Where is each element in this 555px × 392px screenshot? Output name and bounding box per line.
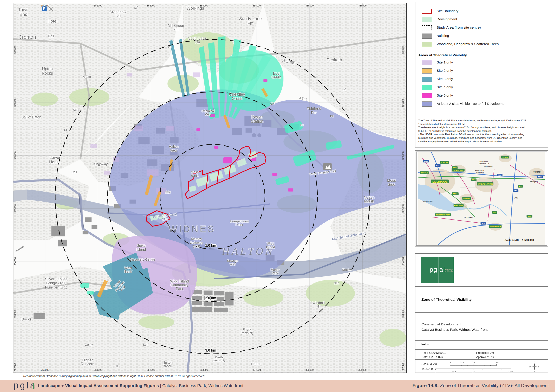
inset-motorway-label: M58	[424, 160, 428, 162]
legend-swatch	[422, 85, 432, 90]
map-label: LC	[300, 124, 304, 127]
inset-place-label: RUNCORN	[454, 205, 463, 207]
map-label: Ball o' Ditton	[21, 115, 41, 119]
map-label: TH	[114, 364, 118, 368]
drawing-title-panel: Zone of Theoretical Visibility	[415, 287, 548, 313]
map-label: HaltonBrook	[162, 361, 173, 368]
scale-ratio: 1:25,000	[422, 367, 433, 371]
inset-place-label: WARRINGTON	[478, 183, 493, 185]
grid-label-right: 383000	[402, 310, 404, 319]
inset-town-label: ASHTON-IN-	[479, 161, 488, 163]
km-tick-label: 0	[450, 361, 451, 363]
map-label: CH	[64, 128, 68, 132]
grid-label-right: 388000	[402, 46, 404, 54]
note-line: satellite imagery have been added to the…	[418, 140, 542, 143]
inset-town-label: LYMM	[514, 197, 518, 199]
project-line-1: Commercial Development	[422, 322, 461, 326]
inset-motorway-label: M6	[514, 190, 517, 192]
atv-item: At least 2 sites visible - up to full De…	[416, 100, 548, 108]
grid-label-right: 387000	[402, 99, 404, 107]
note-line: The Zone of Theoretical Visibility is ca…	[418, 119, 542, 122]
legend-items: Site BoundaryDevelopmentStudy Area (from…	[416, 7, 548, 49]
grid-label-right: 385000	[402, 204, 404, 213]
map-label: MossSide	[387, 178, 396, 187]
map-label: Keckw	[342, 268, 352, 271]
atv-item: Site 4 only	[416, 83, 548, 92]
scale-panel: 00.250.51 km00.250.51 mile NWES Scale @ …	[415, 360, 548, 373]
note-line: buildings and vegetation. Buildings, woo…	[418, 136, 542, 140]
km-tick-label: 0.25	[460, 361, 464, 363]
inset-town-label: NEWTON-LE-	[475, 170, 485, 171]
os-copyright: Reproduced from Ordnance Survey digital …	[23, 375, 205, 378]
date: Date: 16/01/2026	[422, 355, 445, 359]
legend-swatch	[422, 60, 432, 65]
inset-town-label: WILLOWS	[476, 172, 484, 174]
refs-divider	[473, 350, 473, 359]
grid-label-right: 382000	[402, 363, 404, 371]
inset-place-label: NORTHWICH	[490, 226, 501, 228]
grid-label-left: 383000	[14, 310, 16, 319]
right-panel: Site BoundaryDevelopmentStudy Area (from…	[415, 0, 548, 380]
map-label: Discovery Centre	[130, 257, 155, 261]
compass-letter-e: E	[539, 366, 540, 368]
mile-tick-label: 0.25	[453, 371, 456, 373]
legend-swatch	[422, 9, 432, 14]
grid-label-left: 388000	[14, 46, 16, 54]
drawing-title: Zone of Theoretical Visibility	[422, 298, 472, 302]
map-label: CH	[270, 102, 275, 105]
inset-place-label: ST HELENS	[453, 169, 463, 171]
map-label: Kingsway	[93, 162, 108, 166]
map-label: WiggIsland	[266, 241, 275, 249]
grid-label-bottom: 350000	[41, 369, 49, 371]
inset-town-label: MAKERFIELD	[479, 163, 489, 164]
refs-panel: Ref: PGLA/134/001 Date: 16/01/2026 Produ…	[415, 349, 548, 360]
footer-bar: pgla Landscape + Visual Impact Assessmen…	[0, 380, 555, 392]
map-label: MossBank	[190, 170, 199, 178]
legend-label: Study Area (from site centre)	[437, 25, 481, 29]
ztv-map-frame: 3500003500003510003510003520003520003530…	[13, 3, 407, 373]
grid-label-top: 355000	[306, 4, 314, 7]
grid-label-left: 386000	[14, 151, 16, 160]
map-label: WIDNES	[168, 224, 215, 234]
figure-caption: Figure 14.8: Zone of Theoretical Visibil…	[412, 383, 549, 388]
map-label: Coll	[48, 34, 54, 38]
map-label: UptonRocks	[42, 67, 53, 75]
map-label: HaltonView	[169, 145, 178, 152]
grid-label-bottom: 351000	[94, 369, 102, 371]
footer-document-title: Landscape + Visual Impact Assessment Sup…	[38, 383, 243, 388]
inset-place-label: LIVERPOOL	[432, 180, 447, 183]
map-label: Docks	[22, 317, 31, 321]
map-label: dale	[165, 190, 171, 194]
inset-place-label: A49	[493, 212, 496, 213]
note-line: The development height is a maximum of 2…	[418, 126, 542, 129]
logo-a: a	[439, 266, 443, 273]
ring-distance-label: 1.0 km	[205, 244, 216, 247]
logo-divider	[438, 257, 438, 283]
inset-place-label: ELLESMERE PORT	[436, 214, 450, 216]
parking-icon-letter: P	[43, 7, 45, 10]
grid-label-bottom: 352000	[147, 369, 155, 371]
scale-at-label: Scale @ A3	[422, 362, 437, 366]
grid-label-top: 352000	[147, 4, 155, 7]
approved-by: Approved: PG	[476, 355, 494, 359]
map-label: Schs	[73, 108, 80, 112]
legend-label: Site 1 only	[437, 60, 453, 64]
atv-item: Site 1 only	[416, 58, 548, 67]
north-arrow: NWES	[529, 361, 540, 372]
figure-number: Figure 14.8:	[412, 383, 439, 388]
inset-place-label: WIDNES	[463, 198, 470, 200]
logo-panel: pg a landscape architects	[415, 253, 548, 287]
legend-item: Development	[416, 15, 548, 24]
inset-town-label: Partington	[530, 181, 538, 183]
figure-title: Zone of Theoretical Visibility (ZTV)- Al…	[439, 383, 549, 388]
map-label: NortonMarsh	[364, 196, 374, 203]
inset-town-label: URMSTON	[533, 171, 541, 173]
note-line: to be 1.8 m. Visibility is calculated fr…	[418, 129, 542, 133]
compass-letter-w: W	[529, 366, 531, 368]
legend-label: Building	[437, 34, 449, 38]
notes-label: Notes:	[422, 343, 430, 346]
legend-swatch	[422, 68, 432, 73]
legend-label: Site 2 only	[437, 69, 453, 73]
atv-item: Site 2 only	[416, 67, 548, 75]
legend-swatch	[422, 17, 432, 22]
